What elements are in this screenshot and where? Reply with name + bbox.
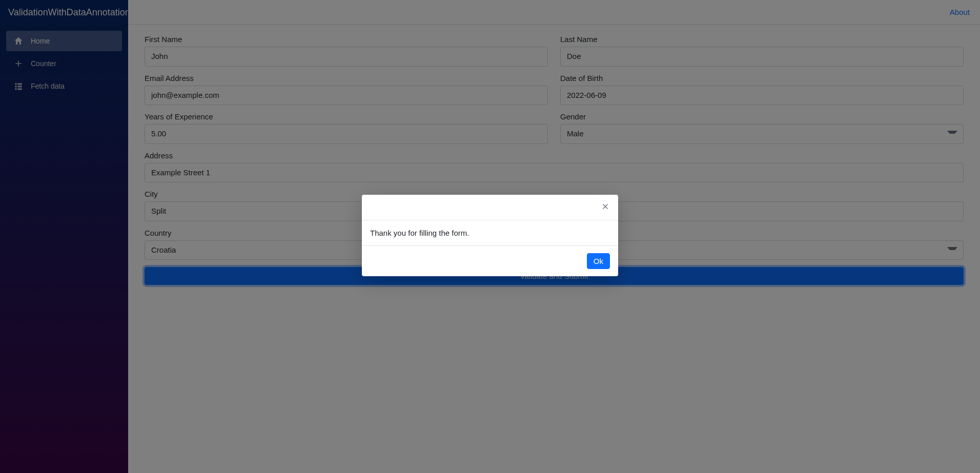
modal-backdrop[interactable]: Thank you for filling the form. Ok [0,0,980,473]
modal-ok-button[interactable]: Ok [587,253,610,269]
modal-body-text: Thank you for filling the form. [362,220,618,246]
modal-close-button[interactable] [600,201,611,214]
modal: Thank you for filling the form. Ok [362,195,618,276]
close-icon [601,202,610,213]
modal-footer: Ok [362,246,618,276]
modal-header [362,195,618,220]
